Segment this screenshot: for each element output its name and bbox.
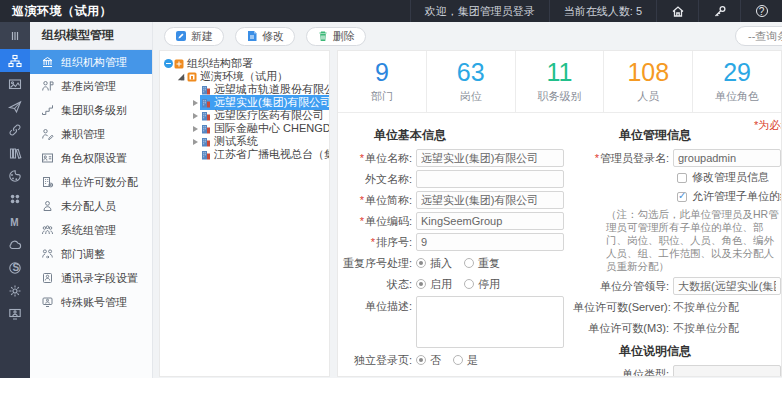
stat-people[interactable]: 108 人员	[604, 51, 693, 112]
org-tree-panel: 组织结构部署 巡演环境（试用） 远望城市轨道股份有限公司 远望实业(集团)有限公…	[159, 50, 330, 377]
admin-login-label: 管理员登录名:	[573, 151, 673, 166]
field-unit-code: 单位编码:	[338, 212, 573, 230]
section-basic-info: 单位基本信息	[374, 127, 573, 144]
key-icon[interactable]	[698, 0, 740, 22]
allow-manage-note: （注：勾选后，此单位管理员及HR管理员可管理所有子单位的单位、部门、岗位、职位、…	[606, 208, 781, 273]
sidebar-item-dept-adjust[interactable]: 部门调整	[30, 242, 152, 266]
company-icon	[201, 150, 211, 160]
license-icon	[41, 176, 54, 188]
welcome-text: 欢迎，集团管理员登录	[410, 0, 549, 22]
m-badge-icon[interactable]: M	[0, 210, 30, 233]
unit-description-textarea[interactable]	[416, 296, 564, 348]
admin-login-input[interactable]	[673, 149, 781, 167]
sidebar-item-unassigned-person[interactable]: 未分配人员	[30, 194, 152, 218]
modify-button[interactable]: 修改	[235, 27, 295, 46]
collapsed-arrow-icon[interactable]	[190, 139, 200, 145]
cloud-icon[interactable]	[0, 233, 30, 256]
collapse-minus-icon[interactable]	[163, 59, 173, 68]
stat-job-levels[interactable]: 11 职务级别	[516, 51, 605, 112]
checkbox-box	[677, 192, 687, 202]
radio-duplicate[interactable]	[464, 258, 474, 268]
expanded-arrow-icon[interactable]	[176, 73, 186, 81]
help-icon[interactable]: ?	[740, 0, 782, 22]
sidebar-item-job-level[interactable]: 集团职务级别	[30, 98, 152, 122]
dept-adjust-icon	[41, 248, 54, 260]
home-icon[interactable]	[656, 0, 698, 22]
tree-node-company-6[interactable]: 江苏省广播电视总台（集团）	[160, 148, 329, 161]
send-icon[interactable]	[0, 95, 30, 118]
unit-name-label: 单位名称:	[338, 151, 416, 166]
unit-code-input[interactable]	[416, 212, 564, 230]
edit-doc-icon	[246, 30, 258, 42]
workstation-icon[interactable]	[0, 302, 30, 325]
radio-enabled-label: 启用	[430, 277, 452, 292]
company-icon	[201, 111, 211, 121]
radio-insert[interactable]	[416, 258, 426, 268]
svg-text:M: M	[10, 216, 18, 227]
contact-field-icon	[41, 272, 54, 284]
sidebar-item-label: 单位许可数分配	[61, 175, 138, 190]
field-sort-order: 排序号:	[338, 233, 573, 251]
s-badge-icon[interactable]: S	[0, 256, 30, 279]
stat-label: 人员	[637, 89, 659, 104]
unit-name-input[interactable]	[416, 149, 564, 167]
leader-input[interactable]	[673, 277, 781, 295]
radio-login-yes-label: 是	[467, 353, 478, 368]
gear-icon[interactable]	[0, 279, 30, 302]
sidebar-item-label: 系统组管理	[61, 223, 116, 238]
allow-manage-sub-units-checkbox[interactable]: 允许管理子单位的组织及模型	[677, 189, 781, 204]
license-m3-value: 不按单位分配	[673, 321, 739, 336]
palette-icon[interactable]	[0, 164, 30, 187]
sidebar-item-contact-field[interactable]: 通讯录字段设置	[30, 266, 152, 290]
field-license-server: 单位许可数(Server): 不按单位分配	[573, 298, 781, 316]
collapsed-arrow-icon[interactable]	[190, 126, 200, 132]
section-manage-info: 单位管理信息	[619, 127, 781, 144]
independent-login-label: 独立登录页:	[338, 353, 416, 368]
collapsed-arrow-icon[interactable]	[190, 100, 200, 106]
sidebar-item-role-permission[interactable]: 角色权限设置	[30, 146, 152, 170]
license-m3-label: 单位许可数(M3):	[573, 321, 673, 336]
form-manage-column: 单位管理信息 管理员登录名: 修改管理员信息 允许管理子单位的组织及模型 （注：…	[573, 121, 781, 377]
sort-order-input[interactable]	[416, 233, 564, 251]
modify-admin-checkbox[interactable]: 修改管理员信息	[677, 170, 781, 185]
sidebar-item-label: 兼职管理	[61, 127, 105, 142]
radio-login-yes[interactable]	[453, 355, 463, 365]
unit-short-name-input[interactable]	[416, 191, 564, 209]
gallery-icon[interactable]	[0, 72, 30, 95]
field-unit-name: 单位名称:	[338, 149, 573, 167]
radio-enabled[interactable]	[416, 279, 426, 289]
checkbox-label: 允许管理子单位的组织及模型	[692, 189, 782, 204]
library-icon[interactable]	[0, 141, 30, 164]
query-conditions-button[interactable]: --查询条件	[735, 26, 782, 46]
apps-icon[interactable]	[0, 187, 30, 210]
unit-type-input[interactable]	[673, 365, 781, 377]
stat-unit-roles[interactable]: 29 单位角色	[693, 51, 781, 112]
stat-departments[interactable]: 9 部门	[338, 51, 427, 112]
collapse-menu-icon[interactable]	[0, 22, 30, 49]
org-structure-icon[interactable]	[0, 49, 30, 72]
role-permission-icon	[41, 152, 54, 164]
radio-disabled[interactable]	[464, 279, 474, 289]
collapsed-arrow-icon[interactable]	[190, 113, 200, 119]
sidebar-item-license-allocation[interactable]: 单位许可数分配	[30, 170, 152, 194]
link-icon[interactable]	[0, 118, 30, 141]
delete-button[interactable]: 删除	[306, 27, 366, 46]
company-icon	[201, 98, 211, 108]
field-admin-login: 管理员登录名:	[573, 149, 781, 167]
stats-row: 9 部门 63 岗位 11 职务级别 108 人员 29 单位角色	[338, 51, 781, 113]
icon-rail: M S	[0, 22, 30, 378]
radio-insert-label: 插入	[430, 256, 452, 271]
sidebar-item-benchmark-post[interactable]: 基准岗管理	[30, 74, 152, 98]
new-button[interactable]: 新建	[164, 27, 224, 46]
stat-positions[interactable]: 63 岗位	[427, 51, 516, 112]
app-title: 巡演环境（试用）	[12, 3, 112, 20]
foreign-name-input[interactable]	[416, 170, 564, 188]
sidebar-item-system-group[interactable]: 系统组管理	[30, 218, 152, 242]
sidebar-item-org-management[interactable]: 组织机构管理	[30, 50, 152, 74]
sidebar-item-special-account[interactable]: 特殊账号管理	[30, 290, 152, 314]
query-button-label: --查询条件	[748, 29, 782, 44]
sidebar-item-part-time[interactable]: 兼职管理	[30, 122, 152, 146]
stat-value: 11	[547, 59, 573, 86]
sidebar: 组织模型管理 组织机构管理 基准岗管理 集团职务级别 兼职管理 角色权限设置 单…	[30, 22, 153, 378]
radio-login-no[interactable]	[416, 355, 426, 365]
